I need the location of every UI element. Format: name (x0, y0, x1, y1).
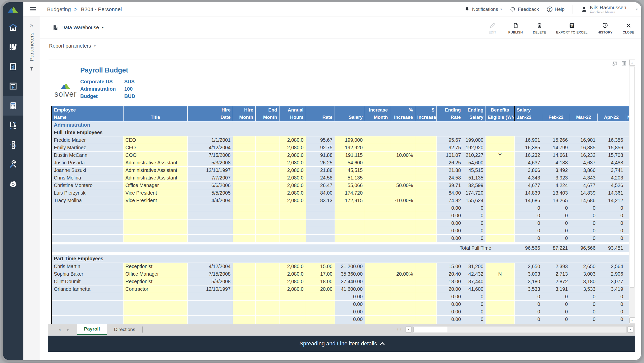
cell-title[interactable]: CFO (123, 144, 187, 151)
cell-end-month[interactable] (255, 323, 279, 324)
cell-title[interactable] (123, 293, 187, 300)
cell-pct-increase[interactable] (390, 166, 415, 174)
cell-rate[interactable] (306, 323, 335, 324)
horizontal-scroll-track[interactable] (413, 326, 626, 333)
user-menu[interactable]: Nils Rasmussen CorpDemo Master (581, 5, 626, 14)
filter-funnel-icon[interactable] (29, 66, 34, 71)
cell-annual-hours[interactable]: 2,080.0 (279, 166, 306, 174)
cell-annual-hours[interactable] (279, 293, 306, 300)
cell-end-month[interactable] (255, 308, 279, 315)
cell-salary[interactable] (335, 227, 365, 234)
cell-dollar-increase[interactable] (415, 136, 436, 144)
cell-hire-month[interactable] (233, 204, 255, 212)
cell-benefits[interactable] (486, 212, 514, 219)
cell-title[interactable]: Receptionist (123, 278, 187, 285)
cell-dollar-increase[interactable] (415, 151, 436, 159)
cell-dollar-increase[interactable] (415, 197, 436, 204)
cell-title[interactable]: Vice President (123, 189, 187, 197)
cell-hire-month[interactable] (233, 182, 255, 189)
sidebar-item-budgeting[interactable] (3, 96, 23, 116)
cell-hire-month[interactable] (233, 300, 255, 308)
cell-pct-increase[interactable]: 20.00% (390, 270, 415, 278)
cell-increase-month[interactable] (365, 315, 390, 323)
cell-title[interactable]: Office Manager (123, 182, 187, 189)
cell-dollar-increase[interactable] (415, 166, 436, 174)
cell-end-month[interactable] (255, 300, 279, 308)
cell-title[interactable] (123, 300, 187, 308)
cell-benefits[interactable] (486, 166, 514, 174)
cell-title[interactable] (123, 323, 187, 324)
cell-increase-month[interactable] (365, 159, 390, 166)
cell-hire-month[interactable] (233, 315, 255, 323)
cell-rate[interactable] (306, 315, 335, 323)
cell-benefits[interactable] (486, 315, 514, 323)
cell-dollar-increase[interactable] (415, 227, 436, 234)
cell-rate[interactable] (306, 308, 335, 315)
edit-button[interactable]: EDIT (487, 22, 498, 34)
sidebar-item-home[interactable] (3, 17, 23, 37)
cell-annual-hours[interactable]: 2,080.0 (279, 285, 306, 293)
cell-annual-hours[interactable]: 2,080.0 (279, 278, 306, 285)
cell-title[interactable] (123, 219, 187, 227)
cell-end-month[interactable] (255, 227, 279, 234)
delete-button[interactable]: DELETE (533, 22, 546, 34)
cell-hire-month[interactable] (233, 136, 255, 144)
sidebar-item-reporting[interactable] (3, 76, 23, 96)
cell-dollar-increase[interactable] (415, 315, 436, 323)
cell-pct-increase[interactable] (390, 278, 415, 285)
tab-scroll-left-icon[interactable]: ◄ (58, 328, 61, 332)
spreading-details-expander[interactable]: Spreading and Line item details (48, 336, 635, 352)
cell-rate[interactable]: 20.00 (306, 285, 335, 293)
cell-end-month[interactable] (255, 278, 279, 285)
cell-increase-month[interactable] (365, 174, 390, 182)
cell-end-month[interactable] (255, 197, 279, 204)
cell-benefits[interactable] (486, 144, 514, 151)
cell-hire-month[interactable] (233, 151, 255, 159)
cell-benefits[interactable] (486, 323, 514, 324)
cell-dollar-increase[interactable] (415, 212, 436, 219)
cell-pct-increase[interactable] (390, 204, 415, 212)
cell-title[interactable]: COO (123, 151, 187, 159)
cell-pct-increase[interactable] (390, 212, 415, 219)
help-button[interactable]: ? Help (547, 7, 565, 12)
cell-annual-hours[interactable]: 2,080.0 (279, 144, 306, 151)
cell-title[interactable] (123, 227, 187, 234)
cell-increase-month[interactable] (365, 189, 390, 197)
grid-view-icon[interactable] (621, 61, 627, 66)
cell-increase-month[interactable] (365, 166, 390, 174)
cell-dollar-increase[interactable] (415, 263, 436, 270)
cell-pct-increase[interactable]: 50.00% (390, 182, 415, 189)
cell-increase-month[interactable] (365, 323, 390, 324)
cell-increase-month[interactable] (365, 293, 390, 300)
sidebar-item-settings[interactable] (3, 174, 23, 194)
menu-toggle-icon[interactable] (30, 7, 36, 11)
scroll-left-button[interactable]: ◄ (406, 326, 412, 333)
scroll-down-button[interactable]: ▼ (629, 317, 635, 323)
cell-end-month[interactable] (255, 136, 279, 144)
cell-hire-month[interactable] (233, 285, 255, 293)
close-button[interactable]: CLOSE (623, 22, 634, 34)
cell-annual-hours[interactable] (279, 212, 306, 219)
cell-pct-increase[interactable] (390, 315, 415, 323)
cell-hire-month[interactable] (233, 263, 255, 270)
cell-annual-hours[interactable] (279, 300, 306, 308)
cell-annual-hours[interactable]: 2,080.0 (279, 174, 306, 182)
cell-benefits[interactable] (486, 285, 514, 293)
breadcrumb-section[interactable]: Budgeting (47, 6, 71, 12)
cell-dollar-increase[interactable] (415, 300, 436, 308)
cell-annual-hours[interactable]: 2,080.0 (279, 197, 306, 204)
cell-pct-increase[interactable]: -10.00% (390, 197, 415, 204)
cell-increase-month[interactable] (365, 234, 390, 242)
history-button[interactable]: HISTORY (598, 22, 613, 34)
cell-end-month[interactable] (255, 212, 279, 219)
cell-pct-increase[interactable] (390, 227, 415, 234)
cell-benefits[interactable] (486, 278, 514, 285)
cell-benefits[interactable] (486, 308, 514, 315)
cell-pct-increase[interactable] (390, 144, 415, 151)
cell-title[interactable] (123, 204, 187, 212)
cell-pct-increase[interactable] (390, 219, 415, 227)
data-source-selector[interactable]: Data Warehouse ▾ (53, 25, 104, 30)
cell-pct-increase[interactable] (390, 285, 415, 293)
cell-dollar-increase[interactable] (415, 270, 436, 278)
cell-dollar-increase[interactable] (415, 159, 436, 166)
